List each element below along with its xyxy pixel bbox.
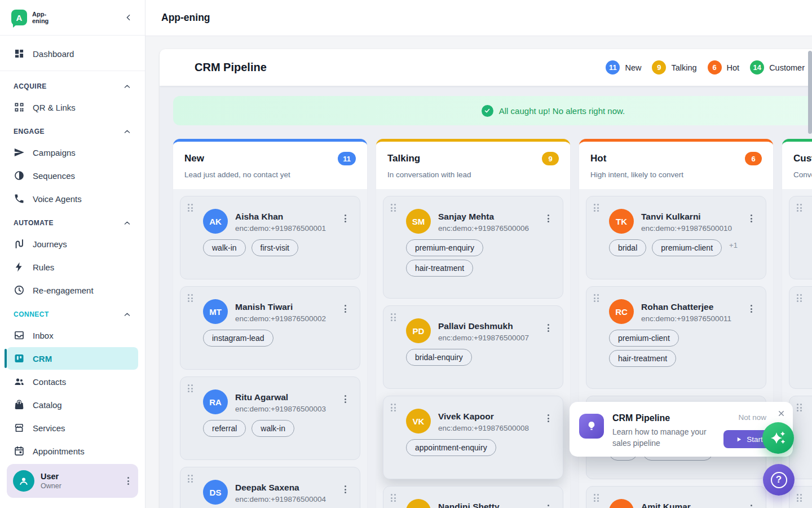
user-avatar [13,470,34,492]
not-now-button[interactable]: Not now [738,413,766,422]
sidebar-item-inbox[interactable]: Inbox [7,324,138,347]
lead-card[interactable] [789,196,812,279]
card-menu-button[interactable] [544,505,553,508]
sidebar-section-header-acquire[interactable]: ACQUIRE [7,80,138,93]
vertical-scrollbar-thumb[interactable] [808,51,812,134]
stage-label: Hot [727,63,740,72]
lead-phone: enc:demo:+919876500003 [235,405,326,413]
drag-handle-icon[interactable] [188,475,193,483]
card-menu-button[interactable] [341,485,350,493]
drag-handle-icon[interactable] [594,294,599,302]
card-menu-button[interactable] [341,395,350,403]
sidebar-item-crm[interactable]: CRM [7,347,138,370]
column-count-badge: 11 [338,152,356,165]
column-body: AKAisha Khanenc:demo:+919876500001walk-i… [173,189,367,508]
ai-assistant-fab[interactable] [762,422,794,454]
sidebar-item-rules[interactable]: Rules [7,256,138,278]
sidebar-section-header-automate[interactable]: AUTOMATE [7,217,138,229]
drag-handle-icon[interactable] [797,294,802,302]
drag-handle-icon[interactable] [188,204,193,212]
grid-icon [14,48,25,59]
lead-card[interactable]: AKAmit Kumar [586,486,766,508]
card-menu-button[interactable] [747,505,756,508]
drag-handle-icon[interactable] [188,384,193,392]
lead-card[interactable]: VKVivek Kapoorenc:demo:+919876500008appo… [383,396,563,479]
user-card[interactable]: User Owner [7,464,138,498]
section-label: CONNECT [14,310,49,318]
stage-count: 6 [708,60,722,75]
lead-card[interactable]: AKAisha Khanenc:demo:+919876500001walk-i… [180,196,360,279]
drag-handle-icon[interactable] [797,204,802,212]
card-menu-button[interactable] [544,324,553,332]
column-header: Hot6High intent, likely to convert [579,142,773,189]
tag-chip: premium-client [609,330,679,347]
play-icon [736,436,742,443]
sidebar-sections: ACQUIREQR & LinksENGAGECampaignsSequence… [0,80,145,462]
column-subtitle: Converted to customer [793,170,812,179]
drag-handle-icon[interactable] [391,204,396,212]
sidebar-section-header-engage[interactable]: ENGAGE [7,125,138,138]
column-body: TKTanvi Kulkarnienc:demo:+919876500010br… [579,189,773,508]
card-menu-button[interactable] [341,305,350,313]
lead-row: PDPallavi Deshmukhenc:demo:+919876500007 [406,318,540,343]
lead-card[interactable]: TKTanvi Kulkarnienc:demo:+919876500010br… [586,196,766,279]
lead-meta: Pallavi Deshmukhenc:demo:+919876500007 [438,318,529,343]
lead-meta: Tanvi Kulkarnienc:demo:+919876500010 [641,209,732,234]
lead-card[interactable]: MTManish Tiwarienc:demo:+919876500002ins… [180,286,360,370]
sidebar-item-label: Inbox [33,331,54,340]
sidebar-item-label: Dashboard [33,49,74,59]
drag-handle-icon[interactable] [391,494,396,502]
user-menu-button[interactable] [123,477,133,485]
sidebar-section-header-connect[interactable]: CONNECT [7,308,138,321]
drag-handle-icon[interactable] [391,313,396,321]
card-menu-button[interactable] [544,214,553,222]
sidebar-item-re-engagement[interactable]: Re-engagement [7,279,138,301]
sidebar-item-dashboard[interactable]: Dashboard [7,42,138,65]
lead-card[interactable]: PDPallavi Deshmukhenc:demo:+919876500007… [383,305,563,389]
close-icon[interactable] [776,408,786,418]
chevron-up-icon [123,219,131,227]
sidebar-item-catalog[interactable]: Catalog [7,393,138,416]
sidebar-item-qr-links[interactable]: QR & Links [7,96,138,119]
sidebar-item-campaigns[interactable]: Campaigns [7,141,138,164]
sidebar-item-appointments[interactable]: Appointments [7,440,138,462]
card-menu-button[interactable] [747,214,756,222]
drag-handle-icon[interactable] [797,494,802,502]
sidebar-item-journeys[interactable]: Journeys [7,233,138,255]
lead-card[interactable] [789,486,812,508]
alert-text: All caught up! No alerts right now. [499,106,625,116]
user-meta: User Owner [41,472,61,490]
sidebar-item-label: Campaigns [33,148,76,157]
lead-card[interactable] [789,286,812,389]
lead-card[interactable]: DSDeepak Saxenaenc:demo:+919876500004 [180,467,360,508]
lead-name: Tanvi Kulkarni [641,209,732,222]
column-title: Customer [793,153,812,164]
stage-count: 11 [606,60,620,75]
sidebar-item-voice-agents[interactable]: Voice Agents [7,187,138,210]
lead-card[interactable]: RARitu Agarwalenc:demo:+919876500003refe… [180,376,360,460]
lead-card[interactable]: SMSanjay Mehtaenc:demo:+919876500006prem… [383,196,563,299]
help-fab[interactable]: ? [763,464,795,496]
sidebar-collapse-button[interactable] [122,11,135,24]
avatar: AK [609,499,634,508]
sidebar-item-contacts[interactable]: Contacts [7,370,138,393]
stage-count: 14 [750,60,764,75]
drag-handle-icon[interactable] [188,294,193,302]
card-menu-button[interactable] [544,414,553,422]
drag-handle-icon[interactable] [391,404,396,411]
drag-handle-icon[interactable] [594,204,599,212]
section-label: ENGAGE [14,128,45,135]
page-title: App-ening [161,12,210,24]
lead-card[interactable]: RCRohan Chatterjeeenc:demo:+919876500011… [586,286,766,389]
card-menu-button[interactable] [747,305,756,313]
sidebar-item-sequences[interactable]: Sequences [7,164,138,187]
card-menu-button[interactable] [341,214,350,222]
contrast-icon [14,170,25,181]
lead-card[interactable]: NSNandini Shetty [383,486,563,508]
sidebar-item-services[interactable]: Services [7,417,138,439]
sparkles-icon [769,429,787,447]
drag-handle-icon[interactable] [594,494,599,502]
tag-row: hair-treatment [609,350,676,367]
drag-handle-icon[interactable] [797,404,802,411]
lead-phone: enc:demo:+919876500007 [438,334,529,342]
